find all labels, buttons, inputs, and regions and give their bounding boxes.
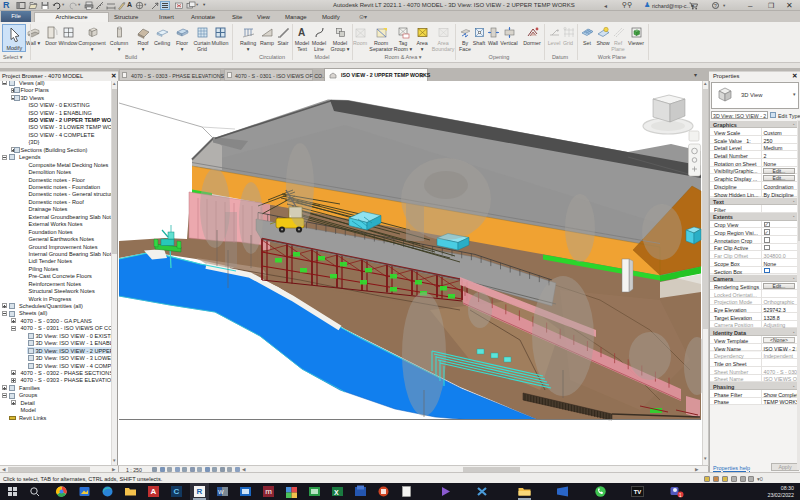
svg-text:X: X <box>334 489 339 496</box>
svg-text:A: A <box>298 27 305 38</box>
svg-text:W: W <box>218 489 224 495</box>
